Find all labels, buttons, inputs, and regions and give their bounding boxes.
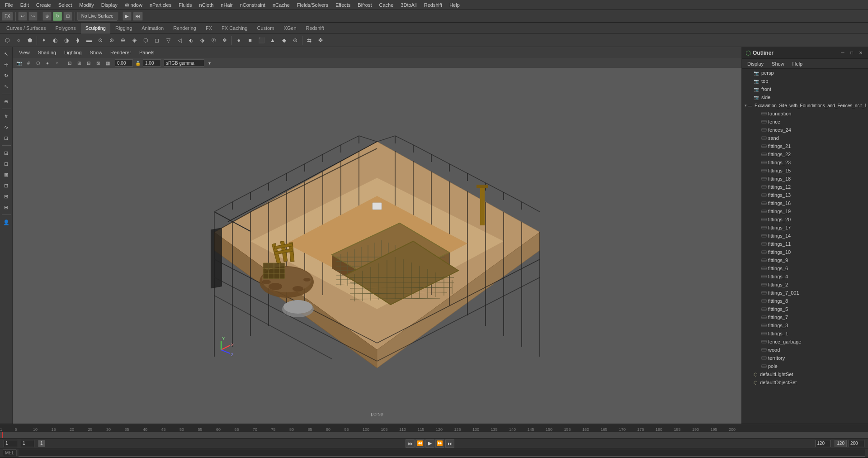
outliner-item-5[interactable]: foundation [742, 110, 868, 118]
smear-tool-icon[interactable]: ⬖ [185, 35, 196, 46]
vp-menu-shading[interactable]: Shading [34, 49, 60, 56]
vp-menu-lighting[interactable]: Lighting [61, 49, 85, 56]
outliner-item-18[interactable]: fittings_20 [742, 215, 868, 224]
snap-curve-icon[interactable]: ∿ [1, 122, 11, 132]
flatten-tool-icon[interactable]: ▬ [84, 35, 94, 46]
outliner-menu-help[interactable]: Help [789, 60, 807, 67]
outliner-item-23[interactable]: fittings_9 [742, 256, 868, 264]
outliner-item-33[interactable]: fence_garbage [742, 338, 868, 346]
play-back-btn[interactable]: ⏮ [406, 439, 415, 448]
outliner-item-0[interactable]: 📷persp [742, 69, 868, 77]
playhead[interactable] [2, 432, 3, 438]
tab-polygons[interactable]: Polygons [51, 23, 80, 33]
step-back-btn[interactable]: ⏪ [415, 439, 425, 448]
menu-ncache[interactable]: nCache [269, 1, 293, 9]
panel-icon-3[interactable]: ⊠ [1, 170, 11, 180]
bulge-tool-icon[interactable]: ⬗ [197, 35, 208, 46]
lasso-select-icon[interactable]: ○ [13, 35, 24, 46]
spray-tool-icon[interactable]: ⊛ [106, 35, 117, 46]
outliner-item-28[interactable]: fittings_8 [742, 297, 868, 305]
panel-icon-5[interactable]: ⊞ [1, 191, 11, 201]
viewport[interactable]: View Shading Lighting Show Renderer Pane… [13, 47, 741, 424]
menu-nparticles[interactable]: nParticles [146, 1, 175, 9]
menu-3dtoall[interactable]: 3DtoAll [397, 1, 420, 9]
outliner-item-22[interactable]: fittings_10 [742, 248, 868, 256]
outliner-item-9[interactable]: fittings_21 [742, 142, 868, 150]
menu-display[interactable]: Display [98, 1, 121, 9]
tab-custom[interactable]: Custom [253, 23, 279, 33]
scale-icon[interactable]: ⤡ [1, 81, 11, 91]
tab-curves-surfaces[interactable]: Curves / Surfaces [2, 23, 50, 33]
grab-tool-icon[interactable]: ✦ [38, 35, 49, 46]
outliner-item-12[interactable]: fittings_15 [742, 167, 868, 175]
outliner-item-14[interactable]: fittings_12 [742, 183, 868, 191]
stamp-tool-icon[interactable]: ✤ [315, 35, 326, 46]
knife-tool-icon[interactable]: ◁ [174, 35, 185, 46]
vp-gamma-dropdown[interactable]: sRGB gamma [164, 59, 204, 67]
vp-menu-show[interactable]: Show [86, 49, 106, 56]
menu-ncloth[interactable]: nCloth [196, 1, 217, 9]
play-end-btn[interactable]: ⏭ [445, 439, 454, 448]
outliner-max-btn[interactable]: □ [848, 49, 855, 57]
current-frame-input[interactable] [21, 440, 34, 447]
tab-redshift[interactable]: Redshift [302, 23, 329, 33]
redo-button[interactable]: ↪ [28, 12, 38, 21]
freeze-tool-icon[interactable]: ❄ [219, 35, 230, 46]
box-prim-icon[interactable]: ■ [245, 35, 255, 46]
outliner-menu-show[interactable]: Show [768, 60, 788, 67]
play-btn[interactable]: ▶ [425, 439, 434, 448]
outliner-item-36[interactable]: pole [742, 362, 868, 370]
select-tool-icon[interactable]: ⬡ [2, 35, 13, 46]
outliner-item-38[interactable]: ⬡defaultObjectSet [742, 378, 868, 386]
menu-edit[interactable]: Edit [17, 1, 32, 9]
scrape-tool-icon[interactable]: ◻ [151, 35, 162, 46]
render-seq-btn[interactable]: ⏭ [133, 12, 143, 21]
cone-prim-icon[interactable]: ▲ [267, 35, 278, 46]
outliner-item-15[interactable]: fittings_13 [742, 191, 868, 199]
wax-tool-icon[interactable]: ⬡ [140, 35, 151, 46]
vp-cam-icon[interactable]: 📷 [14, 59, 24, 67]
tab-xgen[interactable]: XGen [279, 23, 301, 33]
outliner-item-17[interactable]: fittings_19 [742, 207, 868, 215]
tab-animation[interactable]: Animation [137, 23, 168, 33]
step-forward-btn[interactable]: ⏩ [435, 439, 444, 448]
outliner-list[interactable]: 📷persp📷top📷front📷side▾—Excavation_Site_w… [742, 69, 868, 424]
outliner-menu-display[interactable]: Display [744, 60, 767, 67]
panel-icon-1[interactable]: ⊞ [1, 148, 11, 158]
menu-create[interactable]: Create [33, 1, 54, 9]
menu-file[interactable]: File [2, 1, 16, 9]
vp-menu-panels[interactable]: Panels [136, 49, 158, 56]
outliner-item-8[interactable]: sand [742, 134, 868, 142]
amplify-tool-icon[interactable]: ⧀ [208, 35, 219, 46]
rotate-icon[interactable]: ↻ [1, 71, 11, 81]
outliner-item-4[interactable]: ▾—Excavation_Site_with_Foundations_and_F… [742, 101, 868, 110]
menu-window[interactable]: Window [122, 1, 146, 9]
vp-display2-icon[interactable]: ⊞ [75, 59, 84, 67]
outliner-item-6[interactable]: fence [742, 118, 868, 126]
move-tool-btn[interactable]: ⊕ [42, 12, 52, 21]
fps-input[interactable] [815, 440, 831, 447]
smooth-tool-icon[interactable]: ◐ [50, 35, 61, 46]
outliner-item-21[interactable]: fittings_11 [742, 240, 868, 248]
outliner-item-34[interactable]: wood [742, 346, 868, 354]
outliner-item-1[interactable]: 📷top [742, 77, 868, 85]
menu-cache[interactable]: Cache [376, 1, 397, 9]
outliner-item-29[interactable]: fittings_5 [742, 305, 868, 313]
outliner-item-13[interactable]: fittings_18 [742, 175, 868, 183]
tab-fx[interactable]: FX [201, 23, 217, 33]
outliner-item-26[interactable]: fittings_2 [742, 281, 868, 289]
vp-display1-icon[interactable]: ⊡ [65, 59, 74, 67]
outliner-item-35[interactable]: territory [742, 354, 868, 362]
outliner-item-16[interactable]: fittings_16 [742, 199, 868, 207]
menu-modify[interactable]: Modify [76, 1, 97, 9]
scale-tool-btn[interactable]: ⊡ [63, 12, 72, 21]
start-frame-input[interactable] [4, 440, 17, 447]
outliner-item-2[interactable]: 📷front [742, 85, 868, 93]
vp-display5-icon[interactable]: ▦ [103, 59, 112, 67]
menu-fluids[interactable]: Fluids [175, 1, 195, 9]
paint-select-icon[interactable]: ⬟ [24, 35, 35, 46]
sphere-prim-icon[interactable]: ● [233, 35, 244, 46]
move-icon[interactable]: ✛ [1, 60, 11, 70]
tab-rendering[interactable]: Rendering [169, 23, 201, 33]
vp-menu-view[interactable]: View [15, 49, 33, 56]
